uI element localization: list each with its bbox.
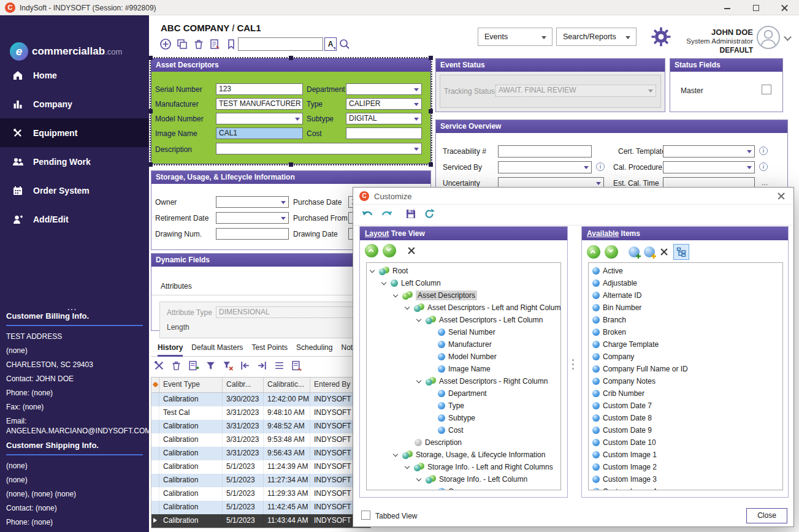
tree-node[interactable]: Model Number — [367, 351, 560, 363]
sidebar-item-equipment[interactable]: Equipment — [0, 118, 149, 147]
events-dropdown[interactable]: Events — [478, 28, 552, 46]
serial-number-input[interactable]: 123 — [216, 83, 303, 95]
tab-history[interactable]: History — [158, 341, 183, 357]
search-button[interactable] — [338, 37, 351, 51]
redo-button[interactable] — [380, 208, 394, 222]
details-button[interactable] — [273, 360, 285, 373]
sidebar-more[interactable]: ... — [67, 303, 77, 312]
tree-node[interactable]: Asset Descriptors - Left Column — [367, 314, 560, 326]
close-button[interactable]: Close — [746, 508, 787, 523]
chevron-down-icon[interactable] — [784, 33, 792, 41]
resize-handle[interactable] — [148, 162, 153, 167]
type-dropdown[interactable]: CALIPER — [346, 98, 422, 110]
cert-template-info-icon[interactable] — [759, 146, 768, 155]
new-note-button[interactable] — [208, 37, 221, 51]
import-button[interactable] — [239, 360, 251, 373]
table-row[interactable]: Calibration 5/1/2023 11:24:39 AM INDYSOF… — [151, 460, 370, 474]
delete-node-button[interactable] — [407, 246, 416, 256]
tree-node-selected[interactable]: Asset Descriptors — [367, 289, 560, 302]
tree-node[interactable]: Serial Number — [367, 326, 560, 338]
tree-node[interactable]: Storage, Usage, & Lifecycle Information — [367, 449, 560, 461]
list-item[interactable]: Bin Number — [589, 302, 782, 314]
delete-event-button[interactable] — [170, 360, 182, 373]
resize-handle[interactable] — [148, 56, 153, 60]
resize-handle[interactable] — [429, 56, 433, 60]
panel-splitter[interactable] — [572, 359, 575, 372]
caret-icon[interactable] — [416, 316, 421, 321]
tree-node[interactable]: Manufacturer — [367, 338, 560, 351]
cost-input[interactable] — [346, 127, 422, 139]
add-note-button[interactable] — [188, 360, 199, 373]
search-input[interactable] — [238, 37, 323, 51]
image-name-input[interactable]: CAL1 — [216, 127, 303, 139]
est-cal-time-more-button[interactable]: ... — [762, 178, 768, 187]
caret-icon[interactable] — [416, 378, 421, 382]
caret-icon[interactable] — [370, 267, 375, 272]
add-custom-item-icon[interactable] — [644, 246, 655, 257]
tree-node[interactable]: Asset Descriptors - Left and Right Colum… — [367, 302, 560, 314]
collapse-all-button[interactable] — [587, 245, 600, 259]
tree-node[interactable]: Type — [367, 400, 560, 412]
owner-dropdown[interactable] — [216, 196, 289, 208]
tab-test-points[interactable]: Test Points — [251, 341, 288, 357]
expand-all-button[interactable] — [383, 244, 396, 257]
delete-button[interactable] — [192, 37, 205, 51]
tree-node[interactable]: Storage Info. - Left and Right Columns — [367, 461, 560, 473]
sidebar-item-order-system[interactable]: Order System — [0, 176, 149, 205]
sidebar-item-home[interactable]: Home — [0, 61, 149, 89]
sidebar-item-pending-work[interactable]: Pending Work — [0, 147, 149, 176]
tree-node[interactable]: Cost — [367, 424, 560, 436]
user-menu-button[interactable] — [756, 25, 781, 51]
caret-icon[interactable] — [381, 279, 386, 284]
column-header[interactable]: Calibr... — [223, 378, 264, 392]
caret-icon[interactable] — [405, 463, 410, 468]
copy-button[interactable] — [175, 37, 189, 51]
tree-node[interactable]: Left Column — [367, 277, 560, 289]
master-checkbox[interactable] — [762, 85, 771, 94]
tree-node[interactable]: Owner — [367, 485, 560, 490]
list-item[interactable]: Charge Template — [589, 338, 782, 351]
bookmark-button[interactable] — [224, 37, 238, 51]
caret-icon[interactable] — [405, 304, 410, 309]
list-item[interactable]: Custom Image 4 — [589, 485, 782, 490]
sidebar-item-company[interactable]: Company — [0, 89, 149, 118]
tab-scheduling[interactable]: Scheduling — [296, 341, 332, 357]
add-item-icon[interactable] — [629, 246, 640, 257]
table-row[interactable]: Calibration 5/1/2023 11:27:34 AM INDYSOF… — [151, 474, 370, 487]
model-number-dropdown[interactable] — [216, 113, 303, 124]
tree-node[interactable]: Image Name — [367, 363, 560, 375]
manufacturer-input[interactable]: TEST MANUFACTURER — [216, 98, 303, 110]
list-item[interactable]: Branch — [589, 314, 782, 326]
resize-handle[interactable] — [289, 56, 293, 60]
dialog-close-button[interactable] — [775, 191, 787, 202]
search-reports-dropdown[interactable]: Search/Reports — [556, 28, 637, 46]
case-sensitive-button[interactable]: A — [324, 37, 337, 51]
list-item[interactable]: Company Full Name or ID — [589, 363, 782, 375]
serviced-by-info-icon[interactable] — [596, 162, 605, 171]
tab-default-masters[interactable]: Default Masters — [191, 341, 243, 357]
list-item[interactable]: Custom Date 7 — [589, 400, 782, 412]
table-row[interactable]: Calibration 5/1/2023 11:29:33 AM INDYSOF… — [151, 487, 370, 501]
tree-node[interactable]: Asset Descriptors - Right Column — [367, 375, 560, 387]
report-button[interactable] — [291, 360, 302, 373]
resize-handle[interactable] — [429, 162, 433, 167]
table-row[interactable]: Calibration 3/31/2023 9:53:48 AM INDYSOF… — [151, 433, 370, 447]
resize-handle[interactable] — [289, 162, 293, 167]
department-dropdown[interactable] — [346, 83, 422, 95]
tree-node[interactable]: Subtype — [367, 412, 560, 424]
list-item[interactable]: Crib Number — [589, 387, 782, 400]
tree-node[interactable]: Root — [367, 265, 560, 277]
table-row[interactable]: Calibration 5/1/2023 11:42:45 AM INDYSOF… — [151, 501, 370, 514]
serviced-by-dropdown[interactable] — [498, 161, 592, 173]
attributes-tab[interactable]: Attributes — [161, 282, 192, 291]
undo-button[interactable] — [361, 208, 374, 222]
table-row-selected[interactable]: Calibration 5/1/2023 11:43:44 AM INDYSOF… — [151, 514, 370, 528]
retirement-date-dropdown[interactable] — [216, 212, 289, 224]
caret-icon[interactable] — [416, 476, 421, 481]
expand-all-button[interactable] — [605, 245, 618, 259]
cert-template-dropdown[interactable] — [663, 145, 755, 158]
list-item[interactable]: Company Notes — [589, 375, 782, 387]
save-button[interactable] — [405, 208, 417, 222]
filter-button[interactable] — [205, 360, 216, 373]
tools-button[interactable] — [153, 360, 165, 373]
